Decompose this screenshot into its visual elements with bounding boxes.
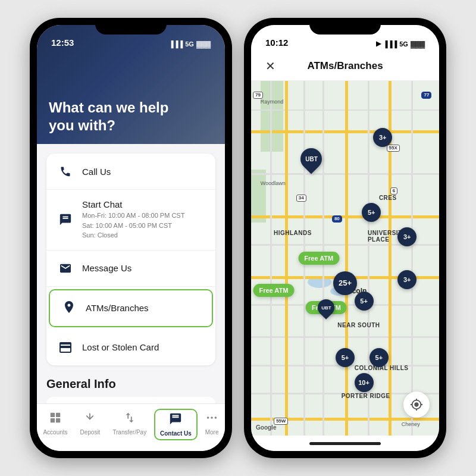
bottom-nav: Accounts Deposit Transfer/Pay Contact Us (37, 403, 225, 451)
marker-cluster-3-2[interactable]: 3+ (397, 227, 416, 246)
interstate-77 (285, 81, 288, 436)
marker-free-atm-1[interactable]: Free ATM (253, 284, 294, 297)
marker-cluster-5-1[interactable]: 5+ (362, 203, 381, 222)
nav-accounts[interactable]: Accounts (38, 409, 72, 438)
status-icons-left: ▐▐▐ 5G ▓▓▓ (169, 40, 211, 48)
svg-rect-3 (56, 418, 60, 422)
home-indicator-area (251, 436, 439, 451)
accounts-icon (49, 411, 62, 427)
map-title: ATMs/Branches (307, 60, 383, 72)
menu-item-chat[interactable]: Start Chat Mon-Fri: 10:00 AM - 08:00 PM … (46, 190, 215, 250)
marker-ubt-2[interactable]: UBT (318, 299, 334, 316)
signal-icon: ▐▐▐ (169, 40, 183, 48)
contact-nav-icon (169, 412, 182, 428)
badge-77: 77 (421, 92, 431, 99)
atm-label: ATMs/Branches (86, 303, 149, 313)
notch (95, 18, 167, 35)
marker-cluster-10[interactable]: 10+ (355, 373, 374, 392)
menu-item-message[interactable]: Message Us (46, 250, 215, 287)
battery-icon-right: ▓▓▓ (411, 40, 425, 48)
map-header: ✕ ATMs/Branches (251, 51, 439, 81)
battery-icon: ▓▓▓ (196, 40, 211, 48)
marker-cluster-5-3[interactable]: 5+ (336, 348, 355, 367)
location-pin-icon (61, 300, 77, 317)
marker-ubt-1[interactable]: UBT (300, 148, 322, 170)
park-area-2 (251, 170, 266, 223)
call-label: Call Us (82, 167, 111, 177)
chat-label: Start Chat (82, 199, 184, 209)
location-active-icon: ▶ (376, 40, 381, 48)
badge-6: 6 (390, 187, 397, 195)
marker-cluster-3-1[interactable]: 3+ (373, 128, 392, 147)
hero-title: What can we helpyou with? (49, 99, 168, 134)
home-indicator (309, 442, 381, 445)
contact-nav-label: Contact Us (160, 430, 192, 437)
nav-deposit[interactable]: Deposit (75, 409, 105, 438)
badge-79: 79 (253, 92, 263, 99)
badge-80: 80 (332, 215, 342, 223)
envelope-icon (57, 260, 74, 277)
location-button[interactable] (403, 392, 430, 418)
card-icon (57, 339, 74, 356)
svg-point-6 (215, 416, 217, 419)
marker-free-atm-2[interactable]: Free ATM (298, 252, 339, 265)
transfer-nav-label: Transfer/Pay (112, 429, 146, 436)
network-type-right: 5G (399, 40, 408, 48)
marker-cluster-5-4[interactable]: 5+ (369, 348, 389, 367)
menu-card: Call Us Start Chat Mon-Fri: 10:00 AM - 0… (46, 154, 215, 365)
svg-rect-2 (51, 418, 55, 422)
general-info-title: General Info (37, 365, 225, 397)
svg-rect-1 (56, 413, 60, 417)
map-container[interactable]: Raymond Woodlawn HIGHLANDS CRES UNIVERSI… (251, 81, 439, 436)
svg-rect-0 (51, 413, 55, 417)
time-right: 10:12 (265, 37, 288, 48)
deposit-icon (83, 411, 96, 427)
menu-item-card[interactable]: Lost or Stolen Card (46, 330, 215, 365)
svg-point-5 (211, 416, 213, 419)
marker-cluster-5-2[interactable]: 5+ (355, 292, 374, 311)
accounts-nav-label: Accounts (43, 429, 67, 436)
road-v8 (411, 81, 413, 436)
time-left: 12:53 (51, 37, 74, 48)
chat-hours: Mon-Fri: 10:00 AM - 08:00 PM CSTSat: 10:… (82, 211, 184, 240)
badge-34: 34 (296, 195, 306, 202)
card-label: Lost or Stolen Card (82, 342, 159, 352)
notch-right (309, 18, 381, 35)
left-phone: 12:53 ▐▐▐ 5G ▓▓▓ What can we helpyou wit… (30, 18, 232, 458)
message-label: Message Us (82, 263, 131, 273)
network-type: 5G (185, 40, 194, 48)
deposit-nav-label: Deposit (80, 429, 100, 436)
transfer-icon (123, 411, 136, 427)
signal-icon-right: ▐▐▐ (383, 40, 397, 48)
nav-contact[interactable]: Contact Us (154, 409, 198, 440)
right-phone: 10:12 ▶ ▐▐▐ 5G ▓▓▓ ✕ ATMs/Branches (244, 18, 446, 458)
marker-cluster-3-3[interactable]: 3+ (397, 270, 416, 289)
svg-point-4 (207, 416, 209, 419)
status-icons-right: ▶ ▐▐▐ 5G ▓▓▓ (376, 40, 425, 48)
more-icon (205, 411, 218, 427)
park-area (261, 81, 283, 152)
marker-cluster-25[interactable]: 25+ (333, 271, 357, 295)
menu-item-atm[interactable]: ATMs/Branches (49, 289, 213, 327)
nav-more[interactable]: More (201, 409, 224, 438)
chat-icon (57, 211, 74, 228)
more-nav-label: More (205, 429, 219, 436)
phone-icon (57, 163, 74, 180)
road-v1 (270, 81, 272, 436)
road-v5 (345, 81, 348, 436)
menu-item-call[interactable]: Call Us (46, 154, 215, 190)
close-button[interactable]: ✕ (261, 57, 280, 76)
google-watermark: Google (256, 424, 276, 431)
nav-transfer[interactable]: Transfer/Pay (108, 409, 151, 438)
